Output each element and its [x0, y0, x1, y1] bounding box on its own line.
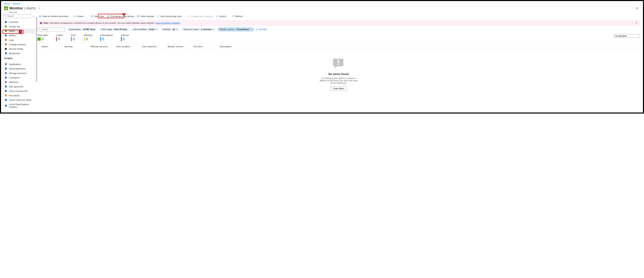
service-icon [4, 99, 7, 101]
clear-filters-button[interactable]: Clear filters [330, 86, 347, 91]
remove-filter-icon[interactable]: ✕ [155, 28, 157, 31]
sidebar-item-label: Azure Cosmos DB [9, 90, 27, 92]
svg-rect-8 [5, 39, 7, 41]
filter-search-input[interactable] [38, 27, 65, 31]
svg-rect-35 [338, 60, 339, 63]
prometheus-icon [107, 15, 109, 17]
col-monitor[interactable]: Monitor service↑↓ [168, 45, 194, 48]
search-icon [38, 28, 41, 30]
breadcrumb-home[interactable]: Home [4, 2, 10, 5]
search-icon [4, 15, 6, 17]
banner-close-icon[interactable]: ✕ [636, 22, 637, 24]
sidebar-item-azure-data-explorer-clusters[interactable]: Azure Data Explorer Clusters [4, 102, 36, 109]
sidebar-item-logs[interactable]: Logs [4, 38, 36, 42]
monitor-app-icon [4, 6, 8, 10]
remove-filter-icon[interactable]: ✕ [176, 28, 178, 31]
col-affected[interactable]: Affected resource↑↓ [90, 45, 116, 48]
sidebar-item-alerts[interactable]: Alerts [4, 29, 36, 33]
service-icon [4, 85, 7, 88]
stat-warning[interactable]: Warning 0 [84, 34, 92, 41]
svg-rect-9 [5, 43, 7, 45]
sidebar-item-azure-cache-for-redis[interactable]: Azure Cache for Redis [4, 98, 36, 102]
main-content: View as timeline (preview) Create Alert … [36, 13, 643, 110]
sidebar-item-containers[interactable]: Containers [4, 75, 36, 80]
sidebar: « OverviewActivity logAlertsMetricsLogsC… [1, 13, 36, 110]
svg-rect-22 [39, 15, 41, 16]
col-subscription[interactable]: Subscription [219, 45, 638, 48]
alert-processing-rules-button[interactable]: Alert processing rules [156, 14, 183, 18]
sidebar-search-input[interactable] [4, 14, 31, 18]
col-severity[interactable]: Severity↑↓ [64, 45, 90, 48]
svg-rect-4 [5, 21, 7, 23]
col-fire[interactable]: Fire time↑↓ [194, 45, 219, 48]
col-response[interactable]: User response↑↓ [142, 45, 168, 48]
sidebar-item-service-health[interactable]: Service health [4, 47, 36, 51]
provider-label: Microsoft [1, 11, 643, 13]
alert-rules-button[interactable]: Alert rules [89, 14, 106, 18]
rules-icon [91, 15, 93, 17]
sidebar-item-activity-log[interactable]: Activity log [4, 24, 36, 29]
service-icon [4, 63, 7, 65]
svg-rect-23 [39, 16, 41, 17]
svg-rect-28 [138, 15, 139, 16]
breadcrumb: Home › Monitor [1, 1, 643, 5]
page-title: Monitor | Alerts [9, 6, 36, 10]
sidebar-item-azure-cosmos-db[interactable]: Azure Cosmos DB [4, 89, 36, 93]
filter-alert-condition[interactable]: Alert condition : Fired✕ [131, 28, 159, 31]
sidebar-item-key-vaults[interactable]: Key Vaults [4, 93, 36, 98]
svg-rect-21 [5, 105, 7, 107]
alert-icon [4, 29, 7, 32]
close-icon[interactable]: ✕ [634, 6, 640, 11]
stat-info[interactable]: Informational 0 [100, 34, 113, 41]
remove-filter-icon[interactable]: ✕ [250, 28, 252, 31]
more-icon[interactable]: ··· [42, 7, 45, 10]
actions-button[interactable]: Actions [214, 14, 230, 18]
collapse-sidebar-icon[interactable]: « [33, 15, 34, 17]
sidebar-item-workbooks[interactable]: Workbooks [4, 51, 36, 55]
sidebar-item-change-analysis[interactable]: Change Analysis [4, 42, 36, 47]
view-timeline-button[interactable]: View as timeline (preview) [38, 14, 70, 18]
remove-filter-icon[interactable]: ✕ [212, 28, 214, 31]
sidebar-item-label: Azure Data Explorer Clusters [9, 103, 34, 108]
svg-rect-6 [5, 30, 7, 32]
stat-verbose[interactable]: Verbose 0 [121, 34, 129, 41]
refresh-button[interactable]: Refresh [230, 14, 244, 18]
sidebar-item-label: Change Analysis [9, 43, 26, 46]
filter-subscription[interactable]: Subscription : ACME Telco [67, 28, 98, 31]
col-name[interactable]: Name↑↓ [38, 45, 64, 48]
stat-error[interactable]: Error 0 [71, 34, 76, 41]
svg-rect-15 [5, 77, 7, 79]
workbook-icon [4, 52, 7, 55]
sidebar-item-storage-accounts[interactable]: Storage accounts [4, 71, 36, 75]
filter-resource-name[interactable]: Resource name : 2 selected✕ [182, 28, 216, 31]
prometheus-rule-groups-button[interactable]: Prometheus rule groups [106, 14, 136, 18]
sidebar-item-metrics[interactable]: Metrics [4, 33, 36, 38]
sidebar-item-networks[interactable]: Networks [4, 80, 36, 84]
stat-critical[interactable]: Critical 0 [56, 34, 63, 41]
sidebar-item-label: Activity log [9, 25, 20, 28]
sidebar-item-sql-preview-[interactable]: SQL (preview) [4, 84, 36, 89]
grouping-select[interactable]: No grouping [614, 34, 640, 38]
sidebar-item-applications[interactable]: Applications [4, 62, 36, 66]
svg-rect-20 [5, 99, 7, 101]
action-groups-button[interactable]: Action groups [136, 14, 156, 18]
pin-icon[interactable] [38, 7, 41, 9]
breadcrumb-monitor[interactable]: Monitor [13, 2, 20, 5]
service-icon [4, 94, 7, 97]
gauge-icon [4, 21, 7, 23]
col-condition[interactable]: Alert condition↑↓ [116, 45, 142, 48]
sidebar-item-overview[interactable]: Overview [4, 20, 36, 24]
sidebar-item-label: Service health [9, 48, 23, 50]
add-filter-button[interactable]: Add filter [256, 28, 267, 31]
filter-monitor-service[interactable]: Monitor service : Prometheus✕ [218, 28, 254, 31]
svg-rect-24 [91, 15, 93, 17]
filter-severity[interactable]: Severity : all✕ [160, 28, 180, 31]
svg-rect-0 [6, 8, 6, 8]
filter-time-range[interactable]: Time range : Past 30 days [99, 28, 129, 31]
svg-rect-27 [137, 15, 138, 16]
empty-text: Try changing your search or choose a dif… [318, 77, 359, 84]
create-button[interactable]: Create [72, 14, 87, 18]
stat-total[interactable]: Total alerts 0 [38, 34, 48, 41]
banner-link[interactable]: View as timeline (preview) [155, 22, 180, 24]
sidebar-item-virtual-machines[interactable]: Virtual Machines [4, 66, 36, 71]
